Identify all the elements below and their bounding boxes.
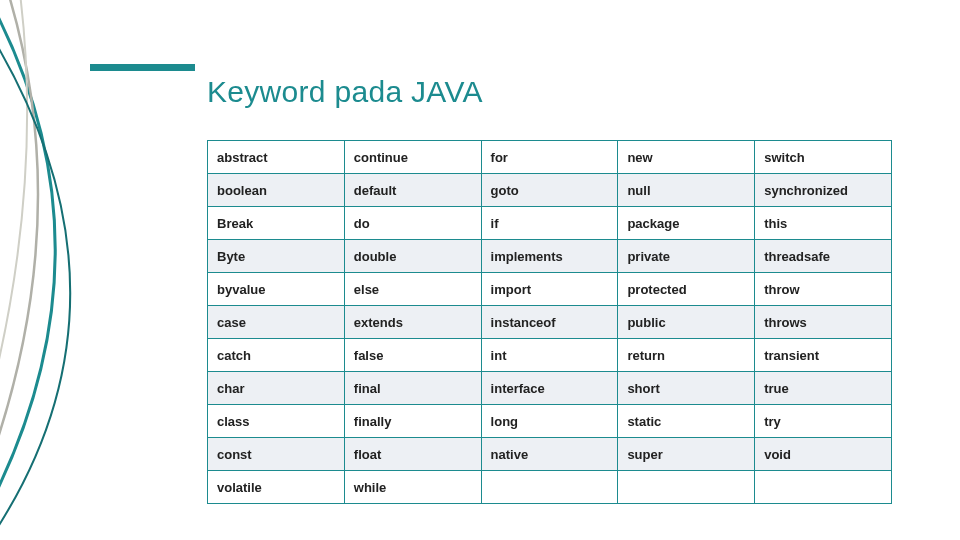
accent-bar	[90, 64, 195, 71]
keyword-cell: char	[208, 372, 345, 405]
keyword-cell: void	[755, 438, 892, 471]
keyword-cell: switch	[755, 141, 892, 174]
keyword-cell: synchronized	[755, 174, 892, 207]
keyword-cell: private	[618, 240, 755, 273]
keyword-cell: implements	[481, 240, 618, 273]
keywords-table-container: abstract continue for new switch boolean…	[207, 140, 892, 504]
keyword-cell: super	[618, 438, 755, 471]
table-row: case extends instanceof public throws	[208, 306, 892, 339]
keyword-cell: false	[344, 339, 481, 372]
keyword-cell: Byte	[208, 240, 345, 273]
table-row: abstract continue for new switch	[208, 141, 892, 174]
keywords-table: abstract continue for new switch boolean…	[207, 140, 892, 504]
table-row: volatile while	[208, 471, 892, 504]
keyword-cell: true	[755, 372, 892, 405]
keyword-cell: interface	[481, 372, 618, 405]
keyword-cell: do	[344, 207, 481, 240]
keyword-cell	[481, 471, 618, 504]
keyword-cell: package	[618, 207, 755, 240]
table-row: Byte double implements private threadsaf…	[208, 240, 892, 273]
keyword-cell: instanceof	[481, 306, 618, 339]
keyword-cell: for	[481, 141, 618, 174]
keyword-cell: catch	[208, 339, 345, 372]
keyword-cell: int	[481, 339, 618, 372]
keyword-cell: static	[618, 405, 755, 438]
decorative-curves	[0, 0, 200, 540]
table-row: boolean default goto null synchronized	[208, 174, 892, 207]
keyword-cell: long	[481, 405, 618, 438]
keyword-cell: default	[344, 174, 481, 207]
keyword-cell: return	[618, 339, 755, 372]
keyword-cell: protected	[618, 273, 755, 306]
keyword-cell: this	[755, 207, 892, 240]
keyword-cell: throws	[755, 306, 892, 339]
keyword-cell: throw	[755, 273, 892, 306]
keyword-cell: final	[344, 372, 481, 405]
table-row: class finally long static try	[208, 405, 892, 438]
keyword-cell: extends	[344, 306, 481, 339]
keyword-cell: threadsafe	[755, 240, 892, 273]
keyword-cell: import	[481, 273, 618, 306]
keyword-cell: goto	[481, 174, 618, 207]
keyword-cell: class	[208, 405, 345, 438]
keyword-cell: boolean	[208, 174, 345, 207]
keyword-cell: while	[344, 471, 481, 504]
keyword-cell	[755, 471, 892, 504]
keyword-cell: else	[344, 273, 481, 306]
table-row: char final interface short true	[208, 372, 892, 405]
keyword-cell: null	[618, 174, 755, 207]
keyword-cell: byvalue	[208, 273, 345, 306]
slide-title: Keyword pada JAVA	[207, 75, 483, 109]
table-row: Break do if package this	[208, 207, 892, 240]
keyword-cell: short	[618, 372, 755, 405]
keyword-cell: double	[344, 240, 481, 273]
table-row: const float native super void	[208, 438, 892, 471]
table-row: catch false int return transient	[208, 339, 892, 372]
keyword-cell: finally	[344, 405, 481, 438]
keyword-cell: transient	[755, 339, 892, 372]
keyword-cell: const	[208, 438, 345, 471]
keyword-cell: if	[481, 207, 618, 240]
keyword-cell: float	[344, 438, 481, 471]
keyword-cell: native	[481, 438, 618, 471]
keyword-cell: abstract	[208, 141, 345, 174]
keyword-cell: public	[618, 306, 755, 339]
keyword-cell: Break	[208, 207, 345, 240]
table-row: byvalue else import protected throw	[208, 273, 892, 306]
keyword-cell: try	[755, 405, 892, 438]
keyword-cell: volatile	[208, 471, 345, 504]
keyword-cell	[618, 471, 755, 504]
keyword-cell: case	[208, 306, 345, 339]
keyword-cell: new	[618, 141, 755, 174]
keyword-cell: continue	[344, 141, 481, 174]
